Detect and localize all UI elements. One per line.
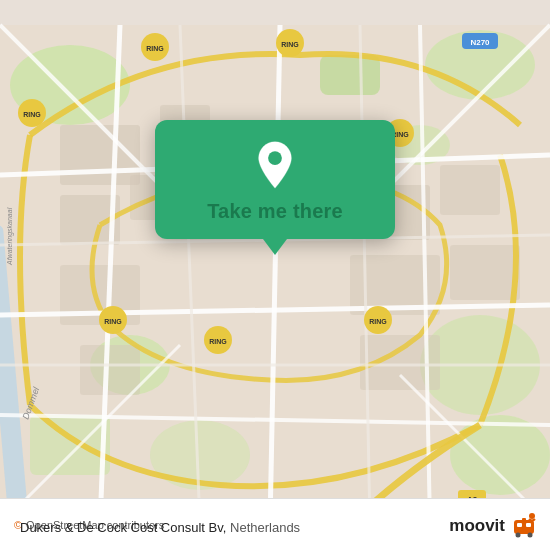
location-name: Dukers & De Cock Cost Consult Bv,: [20, 520, 226, 535]
svg-point-61: [516, 533, 521, 538]
svg-rect-19: [450, 245, 520, 300]
popup-card: Take me there: [155, 120, 395, 239]
svg-text:RING: RING: [281, 41, 299, 48]
moovit-logo: moovit: [449, 510, 540, 542]
svg-rect-8: [30, 415, 110, 475]
moovit-label: moovit: [449, 516, 505, 536]
svg-rect-63: [522, 518, 526, 522]
svg-point-7: [450, 415, 550, 495]
svg-rect-4: [320, 55, 380, 95]
svg-point-56: [268, 151, 282, 165]
moovit-icon: [508, 510, 540, 542]
svg-point-64: [529, 513, 535, 519]
location-pin-icon: [250, 140, 300, 190]
svg-rect-59: [517, 523, 522, 527]
svg-rect-20: [80, 345, 140, 395]
svg-text:RING: RING: [104, 318, 122, 325]
svg-text:N270: N270: [470, 38, 490, 47]
svg-text:RING: RING: [23, 111, 41, 118]
svg-rect-60: [526, 523, 531, 527]
bottom-bar: © OpenStreetMap contributors Dukers & De…: [0, 498, 550, 550]
svg-rect-58: [514, 520, 534, 534]
map-background: RING RING RING N270 RING RING RING RING …: [0, 0, 550, 550]
svg-point-62: [528, 533, 533, 538]
take-me-there-button[interactable]: Take me there: [207, 200, 343, 223]
svg-text:RING: RING: [369, 318, 387, 325]
svg-text:Afwateringskanaal: Afwateringskanaal: [6, 207, 14, 266]
svg-rect-16: [440, 165, 500, 215]
location-country: Netherlands: [230, 520, 300, 535]
svg-text:RING: RING: [146, 45, 164, 52]
map-container: RING RING RING N270 RING RING RING RING …: [0, 0, 550, 550]
location-label: Dukers & De Cock Cost Consult Bv, Nether…: [14, 520, 300, 535]
svg-text:RING: RING: [209, 338, 227, 345]
